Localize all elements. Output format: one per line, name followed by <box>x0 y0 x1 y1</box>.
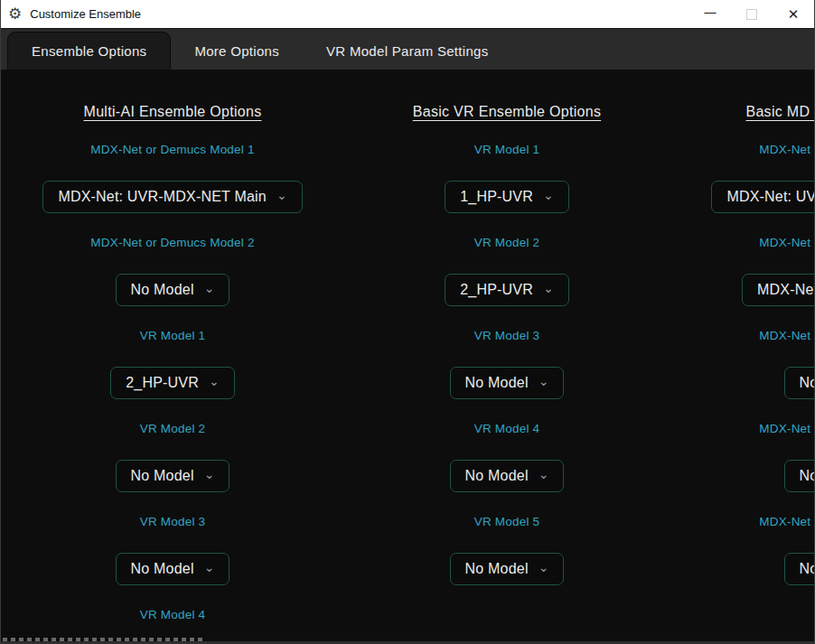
multi-ai-slot4-dropdown[interactable]: No Model ⌄ <box>116 460 230 492</box>
basic-vr-slot3-dropdown[interactable]: No Model ⌄ <box>450 367 565 399</box>
multi-ai-slot2-label: MDX-Net or Demucs Model 2 <box>90 236 254 250</box>
chevron-down-icon: ⌄ <box>204 281 215 295</box>
basic-md-heading: Basic MD Ensemble Options <box>745 104 814 119</box>
multi-ai-heading: Multi-AI Ensemble Options <box>84 104 262 119</box>
column-multi-ai: Multi-AI Ensemble Options MDX-Net or Dem… <box>5 70 340 622</box>
maximize-button <box>731 0 773 28</box>
multi-ai-slot2-dropdown[interactable]: No Model ⌄ <box>116 274 230 306</box>
customize-ensemble-window: ⚙ Customize Ensemble — ✕ Ensemble Option… <box>0 0 815 644</box>
window-controls: — ✕ <box>689 0 814 28</box>
column-basic-vr: Basic VR Ensemble Options VR Model 1 1_H… <box>340 70 674 585</box>
close-button[interactable]: ✕ <box>773 0 814 28</box>
window-title: Customize Ensemble <box>30 7 141 21</box>
chevron-down-icon: ⌄ <box>543 188 554 202</box>
tab-more-options[interactable]: More Options <box>171 33 303 70</box>
dropdown-value: No Model <box>131 468 194 484</box>
dropdown-value: No Model <box>800 375 814 391</box>
multi-ai-slot4-label: VR Model 2 <box>140 422 206 436</box>
dropdown-value: No Model <box>800 561 814 577</box>
basic-md-slot1-dropdown[interactable]: MDX-Net: UVR-MDX-NET Main ⌄ <box>711 181 814 213</box>
dropdown-value: 2_HP-UVR <box>126 375 199 391</box>
dropdown-value: No Model <box>800 468 814 484</box>
dropdown-value: MDX-Net: UVR-MDX-NET Main <box>58 189 267 205</box>
dropdown-value: No Model <box>465 468 529 484</box>
basic-vr-slot2-dropdown[interactable]: 2_HP-UVR ⌄ <box>445 274 568 306</box>
basic-vr-slot5-dropdown[interactable]: No Model ⌄ <box>450 553 565 585</box>
tab-ensemble-options[interactable]: Ensemble Options <box>7 32 171 70</box>
multi-ai-slot1-dropdown[interactable]: MDX-Net: UVR-MDX-NET Main ⌄ <box>42 181 302 213</box>
basic-md-slot5-label: MDX-Net or Demucs Model 5 <box>759 515 814 529</box>
minimize-icon: — <box>705 5 717 19</box>
titlebar: ⚙ Customize Ensemble — ✕ <box>1 0 814 28</box>
chevron-down-icon: ⌄ <box>204 467 215 481</box>
multi-ai-slot5-label: VR Model 3 <box>140 515 206 529</box>
multi-ai-slot6-label: VR Model 4 <box>140 608 206 622</box>
dropdown-value: 1_HP-UVR <box>460 189 533 205</box>
multi-ai-slot3-dropdown[interactable]: 2_HP-UVR ⌄ <box>110 367 234 399</box>
chevron-down-icon: ⌄ <box>204 560 215 574</box>
dropdown-value: MDX-Net: UVR-MDX-NET Main <box>726 189 814 205</box>
basic-vr-heading: Basic VR Ensemble Options <box>413 104 601 119</box>
basic-md-slot2-label: MDX-Net or Demucs Model 2 <box>759 236 814 250</box>
dropdown-value: No Model <box>465 375 529 391</box>
dropdown-value: No Model <box>131 282 194 298</box>
basic-vr-slot4-label: VR Model 4 <box>474 422 540 436</box>
multi-ai-slot1-label: MDX-Net or Demucs Model 1 <box>90 143 254 157</box>
chevron-down-icon: ⌄ <box>539 560 549 574</box>
basic-md-slot1-label: MDX-Net or Demucs Model 1 <box>759 143 814 157</box>
chevron-down-icon: ⌄ <box>276 188 287 202</box>
basic-md-slot4-dropdown[interactable]: No Model ⌄ <box>784 460 814 492</box>
basic-vr-slot3-label: VR Model 3 <box>474 329 540 343</box>
ensemble-options-panel: Multi-AI Ensemble Options MDX-Net or Dem… <box>1 70 814 643</box>
maximize-icon <box>746 9 757 20</box>
chevron-down-icon: ⌄ <box>209 374 220 388</box>
minimize-button[interactable]: — <box>689 0 731 28</box>
basic-md-slot4-label: MDX-Net or Demucs Model 4 <box>759 422 814 436</box>
chevron-down-icon: ⌄ <box>539 467 549 481</box>
basic-md-slot3-dropdown[interactable]: No Model ⌄ <box>784 367 814 399</box>
basic-vr-slot4-dropdown[interactable]: No Model ⌄ <box>450 460 565 492</box>
chevron-down-icon: ⌄ <box>539 374 549 388</box>
dropdown-value: No Model <box>465 561 529 577</box>
column-basic-md: Basic MD Ensemble Options MDX-Net or Dem… <box>674 70 814 585</box>
tab-vr-model-param-settings[interactable]: VR Model Param Settings <box>303 33 511 70</box>
gear-icon: ⚙ <box>8 6 22 22</box>
basic-vr-slot1-label: VR Model 1 <box>474 143 540 157</box>
basic-vr-slot5-label: VR Model 5 <box>474 515 540 529</box>
basic-md-slot3-label: MDX-Net or Demucs Model 3 <box>759 329 814 343</box>
chevron-down-icon: ⌄ <box>543 281 554 295</box>
basic-md-slot5-dropdown[interactable]: No Model ⌄ <box>784 553 814 585</box>
basic-vr-slot2-label: VR Model 2 <box>474 236 540 250</box>
dropdown-value: MDX-Net: Kim Vocal 1 <box>757 282 814 298</box>
tab-bar: Ensemble Options More Options VR Model P… <box>1 28 814 70</box>
dropdown-value: 2_HP-UVR <box>460 282 533 298</box>
basic-vr-slot1-dropdown[interactable]: 1_HP-UVR ⌄ <box>445 181 568 213</box>
close-icon: ✕ <box>788 6 800 23</box>
multi-ai-slot3-label: VR Model 1 <box>140 329 206 343</box>
dropdown-value: No Model <box>131 561 194 577</box>
window-bottom-edge <box>1 641 814 643</box>
basic-md-slot2-dropdown[interactable]: MDX-Net: Kim Vocal 1 ⌄ <box>742 274 814 306</box>
multi-ai-slot5-dropdown[interactable]: No Model ⌄ <box>116 553 230 585</box>
